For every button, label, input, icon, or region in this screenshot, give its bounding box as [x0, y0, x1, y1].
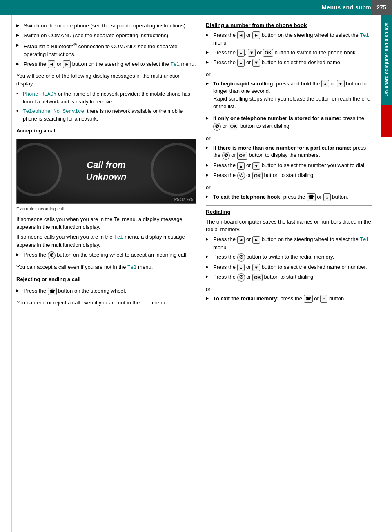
only-one-list: If only one telephone number is stored f… — [206, 115, 372, 131]
down-icon-r: ▼ — [252, 264, 260, 272]
image-caption: Example: incoming call — [16, 206, 196, 212]
dialing-heading: Dialing a number from the phone book — [206, 22, 372, 28]
accepting-para1-tel: If someone calls you when you are in the… — [16, 233, 196, 249]
display-item-2: Telephone No Service: there is no networ… — [16, 107, 196, 123]
rejecting-bullet-1: Press the ☎ button on the steering wheel… — [16, 287, 196, 295]
right-column: Dialing a number from the phone book Pre… — [206, 22, 372, 309]
ok-icon-2: OK — [229, 123, 239, 130]
up-icon-3: ▲ — [321, 80, 329, 88]
ok-icon-r: OK — [252, 274, 263, 282]
ok-btn-icon-1: OK — [263, 49, 273, 57]
side-tab-accent — [381, 105, 392, 137]
home-icon-2: ⌂ — [320, 295, 327, 303]
tel-ref-4: Tel — [360, 33, 369, 38]
accepting-para1: If someone calls you when you are in the… — [16, 216, 196, 231]
tel-ref-2: Tel — [127, 265, 137, 270]
tel-ref-1: Tel — [114, 235, 123, 240]
bullet-item-4: Press the ◄ or ► button on the steering … — [16, 60, 196, 68]
rapid-scroll-list: To begin rapid scrolling: press and hold… — [206, 80, 372, 111]
phone-ready-code: Phone READY — [23, 92, 57, 97]
start-dialing-item: Press the ✆ or OK button to start dialin… — [206, 172, 372, 180]
ok-icon-3: OK — [237, 152, 247, 160]
accepting-bullet-1: Press the ✆ button on the steering wheel… — [16, 251, 196, 259]
display-items-list: Phone READY or the name of the network p… — [16, 90, 196, 123]
end-icon-2: ☎ — [304, 295, 313, 303]
side-tab-label: On-board computer and displays — [384, 22, 389, 96]
up-btn-icon-2: ▲ — [237, 59, 245, 67]
right-btn-icon: ► — [252, 31, 260, 39]
redialing-intro: The on-board computer saves the last nam… — [206, 218, 372, 234]
more-than-one-item: If there is more than one number for a p… — [206, 144, 372, 160]
up-btn-icon: ▲ — [237, 49, 245, 57]
exit-phonebook-list: To exit the telephone book: press the ☎ … — [206, 193, 372, 201]
or-2: or — [206, 135, 372, 143]
left-arrow-icon: ◄ — [48, 60, 56, 68]
more-than-one-list: If there is more than one number for a p… — [206, 144, 372, 180]
dialing-bullet-2: Press the ▲, ▼ or OK button to switch to… — [206, 49, 372, 57]
content-wrapper: Switch on the mobile phone (see the sepa… — [0, 15, 381, 317]
redialing-bullet-4: Press the ✆ or OK button to start dialin… — [206, 273, 372, 282]
redialing-bullets: Press the ◄ or ► button on the steering … — [206, 236, 372, 282]
down-icon-4: ▼ — [252, 162, 260, 170]
dialing-bullet-1: Press the ◄ or ► button on the steering … — [206, 31, 372, 47]
no-service-code: Telephone No Service — [23, 109, 84, 114]
down-btn-icon: ▼ — [248, 49, 256, 57]
phone-icon-r: ✆ — [237, 253, 245, 262]
rejecting-heading: Rejecting or ending a call — [16, 276, 196, 284]
left-column: Switch on the mobile phone (see the sepa… — [16, 22, 196, 309]
accepting-heading: Accepting a call — [16, 127, 196, 135]
accepting-bullets: Press the ✆ button on the steering wheel… — [16, 251, 196, 259]
phone-icon-3: ✆ — [237, 172, 245, 180]
display-item-1: Phone READY or the name of the network p… — [16, 90, 196, 105]
down-icon-3: ▼ — [337, 80, 345, 88]
intro-bullet-list: Switch on the mobile phone (see the sepa… — [16, 22, 196, 68]
or-1: or — [206, 71, 372, 78]
phone-icon-2: ✆ — [222, 152, 230, 160]
bullet-item-1: Switch on the mobile phone (see the sepa… — [16, 22, 196, 30]
or-3: or — [206, 184, 372, 192]
ok-icon-4: OK — [252, 172, 263, 180]
up-icon-4: ▲ — [237, 162, 245, 170]
tel-ref-3: Tel — [141, 300, 151, 306]
tel-ref-5: Tel — [360, 237, 369, 243]
home-icon-1: ⌂ — [323, 193, 331, 201]
redialing-bullet-2: Press the ✆ button to switch to the redi… — [206, 253, 372, 262]
tel-menu-ref: Tel — [170, 62, 180, 67]
page-number: 275 — [371, 0, 392, 15]
car-display-text: Call fromUnknown — [86, 159, 127, 183]
bullet-item-3: Establish a Bluetooth® connection to COM… — [16, 42, 196, 58]
more-than-one-bold: If there is more than one number for a p… — [213, 145, 352, 151]
display-intro: You will see one of the following displa… — [16, 72, 196, 88]
exit-phonebook-bold: To exit the telephone book: — [213, 194, 282, 200]
phone-icon-r2: ✆ — [237, 273, 245, 282]
exit-redial-item: To exit the redial memory: press the ☎ o… — [206, 295, 372, 303]
redialing-bullet-3: Press the ▲ or ▼ button to select the de… — [206, 264, 372, 271]
right-icon-r: ► — [252, 236, 260, 244]
image-ref: P5·32-975 — [174, 197, 193, 202]
exit-redial-list: To exit the redial memory: press the ☎ o… — [206, 295, 372, 303]
end-call-icon: ☎ — [48, 288, 57, 295]
divider-1 — [206, 205, 372, 206]
exit-phonebook-item: To exit the telephone book: press the ☎ … — [206, 193, 372, 201]
car-display-image: Call fromUnknown P5·32-975 — [16, 139, 196, 204]
rapid-scroll-item: To begin rapid scrolling: press and hold… — [206, 80, 372, 111]
only-one-bold: If only one telephone number is stored f… — [213, 115, 341, 121]
phone-accept-icon: ✆ — [48, 251, 56, 259]
redialing-bullet-1: Press the ◄ or ► button on the steering … — [206, 236, 372, 251]
right-arrow-icon: ► — [63, 60, 71, 68]
accepting-para2: You can accept a call even if you are no… — [16, 264, 196, 271]
bullet-item-2: Switch on COMAND (see the separate opera… — [16, 32, 196, 40]
rejecting-para: You can end or reject a call even if you… — [16, 299, 196, 307]
rapid-scroll-bold: To begin rapid scrolling: — [213, 80, 275, 87]
end-icon-1: ☎ — [307, 193, 316, 201]
exit-redial-bold: To exit the redial memory: — [213, 295, 279, 302]
left-icon-r: ◄ — [237, 236, 245, 244]
only-one-item: If only one telephone number is stored f… — [206, 115, 372, 131]
dialing-bullet-3: Press the ▲ or ▼ button to select the de… — [206, 59, 372, 67]
header-bar: Menus and submenus — [0, 0, 392, 15]
rejecting-bullets: Press the ☎ button on the steering wheel… — [16, 287, 196, 295]
dialing-bullets: Press the ◄ or ► button on the steering … — [206, 31, 372, 67]
or-4: or — [206, 286, 372, 293]
left-btn-icon: ◄ — [237, 31, 245, 39]
phone-icon-1: ✆ — [213, 123, 221, 131]
